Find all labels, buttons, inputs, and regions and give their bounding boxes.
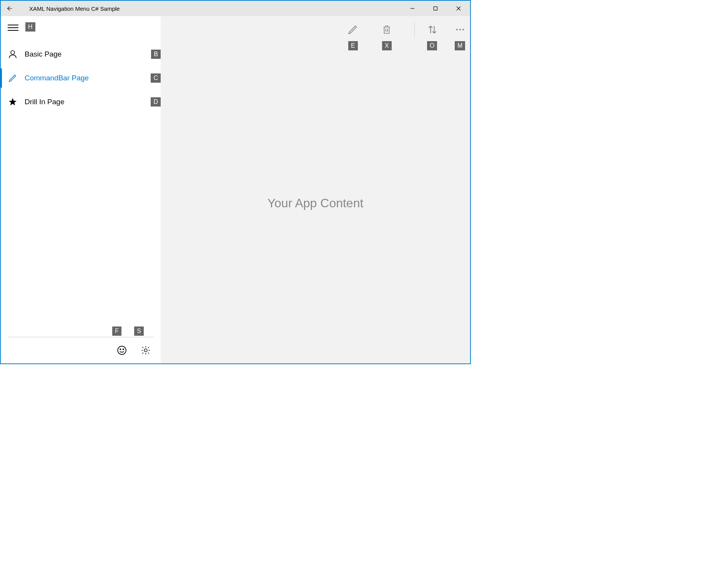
settings-button[interactable] [140, 345, 151, 356]
emoji-icon [117, 345, 127, 355]
cmd-edit-button[interactable]: E [347, 23, 359, 36]
command-bar: E X O M [161, 16, 470, 43]
svg-point-8 [459, 29, 461, 30]
keytip-more: M [455, 41, 465, 50]
svg-point-2 [11, 51, 15, 55]
window-title: XAML Navigation Menu C# Sample [29, 5, 120, 12]
nav-item-basic[interactable]: Basic Page B [1, 42, 161, 66]
keytip-sort: O [427, 41, 437, 50]
command-separator [414, 22, 415, 37]
close-icon [456, 6, 461, 11]
back-arrow-icon [6, 5, 13, 12]
window-controls [401, 1, 470, 16]
maximize-button[interactable] [424, 1, 447, 16]
content-placeholder: Your App Content [268, 196, 364, 210]
title-bar: XAML Navigation Menu C# Sample [1, 1, 470, 16]
nav-item-drillin[interactable]: Drill In Page D [1, 90, 161, 114]
svg-point-5 [123, 349, 124, 350]
minimize-icon [410, 6, 415, 11]
keytip-settings: S [134, 326, 144, 336]
content-area: E X O M [161, 16, 470, 363]
pencil-icon [347, 24, 358, 35]
svg-point-6 [144, 349, 147, 352]
gear-icon [141, 345, 151, 355]
hamburger-row: H [1, 16, 161, 39]
cmd-sort-button[interactable]: O [426, 23, 439, 36]
keytip-edit: E [348, 41, 358, 50]
back-button[interactable] [1, 1, 18, 16]
nav-item-commandbar[interactable]: CommandBar Page C [1, 66, 161, 90]
keytip-commandbar: C [151, 73, 161, 83]
minimize-button[interactable] [401, 1, 424, 16]
nav-item-label: CommandBar Page [25, 74, 89, 82]
svg-point-9 [462, 29, 464, 30]
svg-point-7 [456, 29, 458, 30]
hamburger-button[interactable] [8, 22, 18, 33]
navigation-pane: H Basic Page B [1, 16, 161, 363]
sort-icon [427, 24, 438, 35]
more-icon [455, 24, 465, 35]
keytip-delete: X [382, 41, 392, 50]
feedback-button[interactable] [116, 345, 128, 356]
contact-icon [8, 49, 18, 59]
keytip-feedback: F [112, 326, 121, 336]
close-button[interactable] [447, 1, 470, 16]
svg-rect-1 [434, 7, 437, 10]
trash-icon [382, 24, 392, 35]
keytip-basic: B [151, 50, 161, 59]
nav-item-label: Basic Page [25, 50, 61, 58]
content-center: Your App Content [161, 43, 470, 363]
nav-item-label: Drill In Page [25, 98, 65, 106]
svg-point-3 [118, 346, 126, 355]
maximize-icon [433, 6, 438, 11]
svg-point-4 [120, 349, 121, 350]
nav-footer: F S [1, 337, 161, 363]
client-area: H Basic Page B [1, 16, 470, 363]
star-icon [8, 97, 18, 107]
cmd-delete-button[interactable]: X [381, 23, 393, 36]
nav-items: Basic Page B CommandBar Page C [1, 42, 161, 114]
cmd-more-button[interactable]: M [454, 23, 466, 36]
footer-icons [1, 337, 161, 363]
edit-icon [8, 73, 18, 83]
keytip-drillin: D [151, 97, 161, 107]
keytip-hamburger: H [25, 22, 35, 32]
